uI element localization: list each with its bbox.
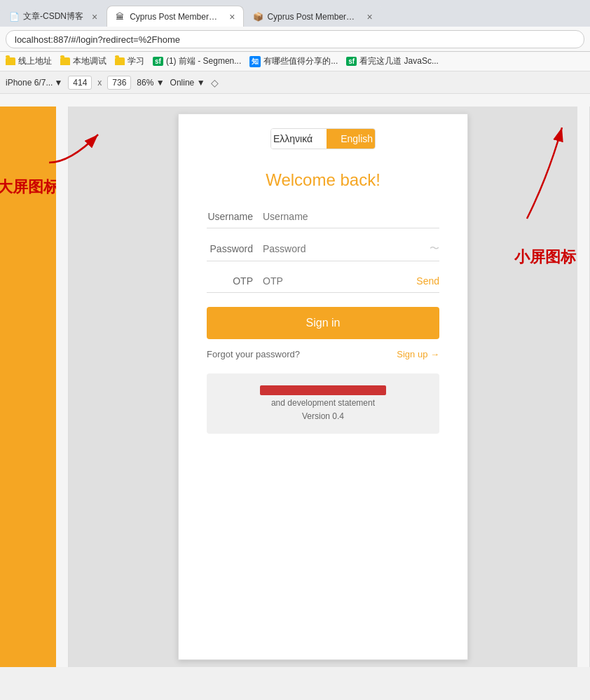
lang-greek-button[interactable]: Ελληνικά [270, 129, 327, 149]
chevron-down-icon-net: ▼ [197, 78, 205, 88]
bookmarks-bar: 线上地址 本地调试 学习 sf (1) 前端 - Segmen... 知 有哪些… [0, 52, 590, 71]
bookmark-sf1[interactable]: sf (1) 前端 - Segmen... [153, 55, 241, 67]
forgot-password-link[interactable]: Forgot your password? [207, 349, 300, 359]
network-selector[interactable]: Online ▼ [170, 78, 205, 88]
tab-close-cyprus2[interactable]: × [366, 11, 372, 22]
zhi-badge: 知 [249, 56, 261, 67]
otp-send-button[interactable]: Send [416, 275, 439, 287]
network-value: Online [170, 78, 195, 88]
bookmark-label: 看完这几道 JavaSc... [359, 55, 439, 67]
zoom-value: 86% [137, 78, 153, 88]
otp-label: OTP [207, 275, 263, 287]
otp-field-group: OTP Send [207, 275, 439, 293]
tab-title-csdn: 文章-CSDN博客 [23, 11, 83, 22]
bookmark-xiangshang[interactable]: 线上地址 [6, 55, 52, 67]
welcome-heading: Welcome back! [207, 170, 439, 190]
eye-icon[interactable]: 〜 [430, 242, 439, 255]
chevron-down-icon-zoom: ▼ [156, 78, 165, 88]
otp-input[interactable] [263, 275, 416, 287]
username-field-group: Username [207, 211, 439, 228]
tab-cyprus1[interactable]: 🏛 Cyprus Post Membership × [107, 6, 244, 27]
lang-english-button[interactable]: English [327, 129, 376, 149]
tab-close-cyprus1[interactable]: × [229, 11, 235, 22]
tab-cyprus2[interactable]: 📦 Cyprus Post Membership × [244, 6, 381, 27]
device-selector[interactable]: iPhone 6/7... ▼ [6, 78, 62, 88]
language-switcher: Ελληνικά English [270, 128, 376, 149]
bookmark-label: (1) 前端 - Segmen... [166, 55, 241, 67]
browser-chrome: 📄 文章-CSDN博客 × 🏛 Cyprus Post Membership ×… [0, 0, 590, 107]
tab-favicon-cyprus2: 📦 [253, 12, 263, 22]
dimension-separator: x [97, 78, 102, 88]
redacted-text [260, 385, 386, 395]
signin-button[interactable]: Sign in [207, 307, 439, 339]
password-field-group: Password 〜 [207, 242, 439, 261]
password-label: Password [207, 243, 263, 254]
ruler-horizontal [0, 94, 590, 107]
username-label: Username [207, 211, 263, 222]
folder-icon [6, 57, 15, 65]
tab-close-csdn[interactable]: × [92, 11, 97, 22]
footer-text: and development statement [217, 397, 430, 410]
tab-title-cyprus2: Cyprus Post Membership [267, 12, 358, 22]
footer-info-box: and development statement Version 0.4 [207, 373, 439, 434]
password-input[interactable] [263, 243, 425, 254]
device-toolbar: iPhone 6/7... ▼ 414 x 736 86% ▼ Online ▼… [0, 71, 590, 94]
bookmark-study[interactable]: 学习 [115, 55, 144, 67]
zoom-selector[interactable]: 86% ▼ [137, 78, 164, 88]
options-icon[interactable]: ◇ [211, 77, 219, 88]
device-name: iPhone 6/7... [6, 78, 53, 88]
bookmark-zhi[interactable]: 知 有哪些值得分享的... [249, 55, 338, 67]
height-input[interactable]: 736 [107, 76, 131, 90]
sf-badge-2: sf [346, 57, 357, 66]
arrow-to-tab-left [42, 128, 126, 170]
left-annotation-text: 大屏图标 [0, 177, 59, 198]
width-input[interactable]: 414 [68, 76, 92, 90]
viewport-content: Ελληνικά English Welcome back! Username … [56, 107, 590, 667]
bookmark-label: 线上地址 [18, 55, 52, 67]
tab-bar: 📄 文章-CSDN博客 × 🏛 Cyprus Post Membership ×… [0, 0, 590, 27]
chevron-down-icon: ▼ [54, 78, 62, 88]
address-bar[interactable]: localhost:887/#/login?redirect=%2Fhome [6, 30, 584, 48]
username-input[interactable] [263, 211, 439, 222]
tab-favicon-csdn: 📄 [9, 12, 19, 22]
footer-redacted [217, 383, 430, 397]
sf-badge: sf [153, 57, 163, 66]
viewport-area: 大屏图标 小屏图标 Ελληνικά English Welcome back! [0, 107, 590, 667]
ruler-vertical [56, 107, 69, 667]
ruler-vertical-right [577, 107, 590, 667]
folder-icon [60, 57, 70, 65]
ruler-h [0, 94, 590, 107]
bookmark-local[interactable]: 本地调试 [60, 55, 107, 67]
bookmark-label: 有哪些值得分享的... [263, 55, 338, 67]
left-orange-bar: 大屏图标 [0, 107, 56, 667]
bookmark-label: 学习 [128, 55, 144, 67]
footer-version: Version 0.4 [217, 410, 430, 423]
mobile-frame: Ελληνικά English Welcome back! Username … [178, 114, 468, 660]
login-container: Ελληνικά English Welcome back! Username … [179, 114, 467, 448]
bookmark-label: 本地调试 [73, 55, 107, 67]
tab-title-cyprus1: Cyprus Post Membership [130, 12, 221, 22]
bookmark-sf2[interactable]: sf 看完这几道 JavaSc... [346, 55, 439, 67]
tab-favicon-cyprus1: 🏛 [116, 12, 125, 22]
tab-csdn[interactable]: 📄 文章-CSDN博客 × [0, 6, 107, 27]
address-bar-row: localhost:887/#/login?redirect=%2Fhome [0, 27, 590, 52]
folder-icon [115, 57, 125, 65]
footer-links: Forgot your password? Sign up → [207, 349, 439, 359]
signup-link[interactable]: Sign up → [397, 349, 439, 359]
